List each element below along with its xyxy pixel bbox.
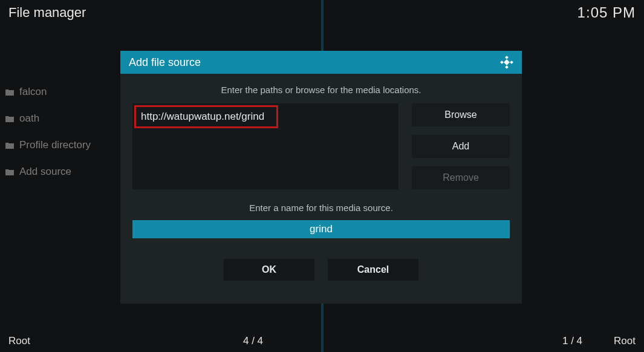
ok-button[interactable]: OK bbox=[224, 259, 314, 281]
paths-list: http://watupwatup.net/grind bbox=[132, 103, 398, 189]
svg-rect-2 bbox=[510, 60, 513, 64]
dialog-title-bar: Add file source bbox=[120, 51, 522, 74]
svg-rect-0 bbox=[505, 56, 509, 59]
source-item-label: falcon bbox=[19, 86, 47, 98]
path-input[interactable]: http://watupwatup.net/grind bbox=[134, 105, 278, 128]
add-file-source-dialog: Add file source Enter the paths or brows… bbox=[120, 51, 522, 304]
svg-rect-4 bbox=[504, 59, 510, 65]
path-input-value: http://watupwatup.net/grind bbox=[141, 111, 264, 123]
folder-icon bbox=[5, 168, 15, 175]
dialog-title: Add file source bbox=[129, 56, 201, 69]
source-name-value: grind bbox=[310, 223, 333, 235]
svg-rect-3 bbox=[505, 65, 509, 69]
left-count: 4 / 4 bbox=[243, 335, 263, 347]
right-count: 1 / 4 bbox=[562, 335, 582, 347]
browse-button[interactable]: Browse bbox=[412, 103, 510, 126]
cancel-button[interactable]: Cancel bbox=[328, 259, 418, 281]
remove-button[interactable]: Remove bbox=[412, 166, 510, 189]
clock: 1:05 PM bbox=[577, 4, 636, 21]
source-name-input[interactable]: grind bbox=[132, 220, 510, 238]
folder-icon bbox=[5, 115, 15, 122]
paths-hint: Enter the paths or browse for the media … bbox=[132, 79, 510, 103]
source-item-label: Profile directory bbox=[19, 139, 91, 151]
source-item-label: Add source bbox=[19, 166, 71, 178]
kodi-logo-icon bbox=[500, 56, 513, 69]
page-title: File manager bbox=[8, 5, 86, 21]
source-item-label: oath bbox=[19, 112, 39, 125]
folder-icon bbox=[5, 142, 15, 149]
folder-icon bbox=[5, 88, 15, 96]
left-root-label: Root bbox=[8, 335, 30, 347]
add-button[interactable]: Add bbox=[412, 135, 510, 158]
name-hint: Enter a name for this media source. bbox=[132, 189, 510, 220]
right-root-label: Root bbox=[614, 335, 636, 347]
svg-rect-1 bbox=[500, 60, 504, 64]
